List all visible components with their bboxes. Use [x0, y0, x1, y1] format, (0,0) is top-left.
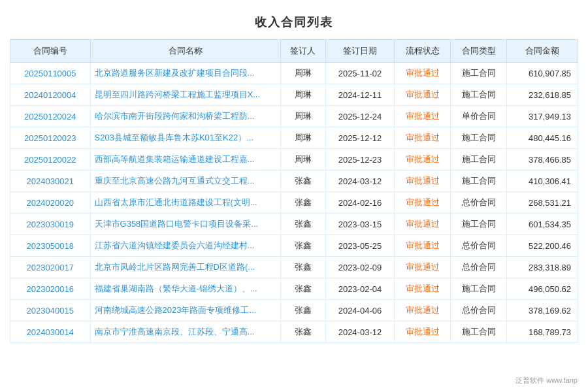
watermark: 泛普软件 www.fanp	[513, 374, 580, 387]
contract-type-cell: 总价合同	[451, 192, 507, 214]
contract-id-cell[interactable]: 2024030021	[10, 171, 91, 192]
contract-signer-cell: 张鑫	[280, 321, 325, 343]
contract-name-cell[interactable]: 北京路道服务区新建及改扩建项目合同段...	[90, 63, 280, 84]
contract-type-cell: 总价合同	[451, 257, 507, 278]
contract-type-cell: 施工合同	[451, 63, 507, 84]
table-row: 20250120022西部高等航道集装箱运输通道建设工程嘉...周琳2025-1…	[10, 149, 578, 171]
contract-date-cell: 2024-02-16	[325, 192, 394, 214]
col-header-status: 流程状态	[395, 40, 451, 63]
contract-name-cell[interactable]: 西部高等航道集装箱运输通道建设工程嘉...	[90, 149, 280, 171]
contract-date-cell: 2023-02-09	[325, 257, 394, 278]
col-header-amount: 合同金额	[507, 40, 578, 63]
contract-name-cell[interactable]: S203县城至额敏县库鲁木苏K01至K22）...	[90, 127, 280, 149]
contract-type-cell: 施工合同	[451, 171, 507, 192]
contract-date-cell: 2024-03-12	[325, 171, 394, 192]
contract-name-cell[interactable]: 天津市G358国道路口电警卡口项目设备采...	[90, 214, 280, 235]
contract-type-cell: 施工合同	[451, 321, 507, 343]
table-row: 20250120023S203县城至额敏县库鲁木苏K01至K22）...周琳20…	[10, 127, 578, 149]
contract-signer-cell: 张鑫	[280, 171, 325, 192]
contract-status-cell: 审批通过	[395, 127, 451, 149]
contract-id-cell[interactable]: 20250120023	[10, 127, 91, 149]
contract-signer-cell: 周琳	[280, 106, 325, 127]
contract-amount-cell: 378,169.62	[507, 300, 578, 321]
watermark-url: www.fanp	[546, 376, 578, 384]
contract-amount-cell: 480,445.16	[507, 127, 578, 149]
contract-amount-cell: 317,949.13	[507, 106, 578, 127]
contract-id-cell[interactable]: 2024020020	[10, 192, 91, 214]
contract-date-cell: 2023-05-25	[325, 235, 394, 257]
contract-status-cell: 审批通过	[395, 192, 451, 214]
contract-signer-cell: 张鑫	[280, 235, 325, 257]
contract-type-cell: 施工合同	[451, 149, 507, 171]
col-header-signer: 签订人	[280, 40, 325, 63]
table-row: 20240120004昆明至四川路跨河桥梁工程施工监理项目X...周琳2024-…	[10, 84, 578, 106]
contract-name-cell[interactable]: 江苏省六道沟镇经建委员会六道沟经建村...	[90, 235, 280, 257]
contract-status-cell: 审批通过	[395, 149, 451, 171]
contract-status-cell: 审批通过	[395, 257, 451, 278]
contract-amount-cell: 410,306.41	[507, 171, 578, 192]
contract-signer-cell: 周琳	[280, 149, 325, 171]
table-row: 2023020017北京市凤岭北片区路网完善工程D区道路(...张鑫2023-0…	[10, 257, 578, 278]
contract-type-cell: 施工合同	[451, 214, 507, 235]
contract-type-cell: 施工合同	[451, 84, 507, 106]
contract-name-cell[interactable]: 北京市凤岭北片区路网完善工程D区道路(...	[90, 257, 280, 278]
table-row: 2023040015河南绕城高速公路2023年路面专项维修工...张鑫2024-…	[10, 300, 578, 321]
contract-signer-cell: 张鑫	[280, 300, 325, 321]
contract-id-cell[interactable]: 2023020016	[10, 278, 91, 300]
brand-icon: 泛普软件	[515, 376, 544, 384]
contract-status-cell: 审批通过	[395, 300, 451, 321]
contract-name-cell[interactable]: 哈尔滨市南开街段跨何家和沟桥梁工程防...	[90, 106, 280, 127]
contract-status-cell: 审批通过	[395, 63, 451, 84]
main-container: 收入合同列表 合同编号 合同名称 签订人 签订日期 流程状态 合同类型 合同金额…	[0, 0, 588, 392]
table-row: 2024030021重庆至北京高速公路九河互通式立交工程...张鑫2024-03…	[10, 171, 578, 192]
contract-id-cell[interactable]: 20250120024	[10, 106, 91, 127]
contract-id-cell[interactable]: 20240120004	[10, 84, 91, 106]
contract-status-cell: 审批通过	[395, 214, 451, 235]
contract-signer-cell: 周琳	[280, 63, 325, 84]
contract-type-cell: 总价合同	[451, 235, 507, 257]
page-title: 收入合同列表	[10, 7, 578, 39]
contract-name-cell[interactable]: 重庆至北京高速公路九河互通式立交工程...	[90, 171, 280, 192]
contract-name-cell[interactable]: 河南绕城高速公路2023年路面专项维修工...	[90, 300, 280, 321]
table-row: 2023050018江苏省六道沟镇经建委员会六道沟经建村...张鑫2023-05…	[10, 235, 578, 257]
table-row: 20250110005北京路道服务区新建及改扩建项目合同段...周琳2025-1…	[10, 63, 578, 84]
contract-id-cell[interactable]: 2023020017	[10, 257, 91, 278]
contract-signer-cell: 周琳	[280, 84, 325, 106]
contract-amount-cell: 496,050.62	[507, 278, 578, 300]
contract-id-cell[interactable]: 2024030014	[10, 321, 91, 343]
contract-id-cell[interactable]: 2023050018	[10, 235, 91, 257]
table-row: 2023020016福建省巢湖南路（繁华大道-锦绣大道）、...张鑫2023-0…	[10, 278, 578, 300]
contract-type-cell: 施工合同	[451, 278, 507, 300]
contract-date-cell: 2025-11-02	[325, 63, 394, 84]
contract-id-cell[interactable]: 2023030019	[10, 214, 91, 235]
contract-signer-cell: 张鑫	[280, 257, 325, 278]
table-row: 2023030019天津市G358国道路口电警卡口项目设备采...张鑫2023-…	[10, 214, 578, 235]
col-header-date: 签订日期	[325, 40, 394, 63]
contract-id-cell[interactable]: 20250120022	[10, 149, 91, 171]
contract-signer-cell: 张鑫	[280, 192, 325, 214]
contract-amount-cell: 283,318.89	[507, 257, 578, 278]
contract-signer-cell: 周琳	[280, 127, 325, 149]
contract-amount-cell: 610,907.85	[507, 63, 578, 84]
contract-id-cell[interactable]: 20250110005	[10, 63, 91, 84]
contract-date-cell: 2024-12-11	[325, 84, 394, 106]
contract-amount-cell: 232,618.85	[507, 84, 578, 106]
contract-status-cell: 审批通过	[395, 171, 451, 192]
contract-id-cell[interactable]: 2023040015	[10, 300, 91, 321]
contract-date-cell: 2023-03-15	[325, 214, 394, 235]
contract-date-cell: 2024-03-12	[325, 321, 394, 343]
contract-name-cell[interactable]: 昆明至四川路跨河桥梁工程施工监理项目X...	[90, 84, 280, 106]
contract-amount-cell: 268,531.21	[507, 192, 578, 214]
contract-date-cell: 2025-12-23	[325, 149, 394, 171]
contract-amount-cell: 168,789.73	[507, 321, 578, 343]
contract-date-cell: 2024-04-06	[325, 300, 394, 321]
contract-date-cell: 2023-02-04	[325, 278, 394, 300]
contract-date-cell: 2025-12-24	[325, 106, 394, 127]
contract-name-cell[interactable]: 福建省巢湖南路（繁华大道-锦绣大道）、...	[90, 278, 280, 300]
contract-status-cell: 审批通过	[395, 106, 451, 127]
col-header-type: 合同类型	[451, 40, 507, 63]
contract-table: 合同编号 合同名称 签订人 签订日期 流程状态 合同类型 合同金额 202501…	[10, 39, 578, 343]
col-header-name: 合同名称	[90, 40, 280, 63]
contract-name-cell[interactable]: 山西省太原市汇通北街道路建设工程(文明...	[90, 192, 280, 214]
contract-name-cell[interactable]: 南京市宁淮高速南京段、江苏段、宁通高...	[90, 321, 280, 343]
